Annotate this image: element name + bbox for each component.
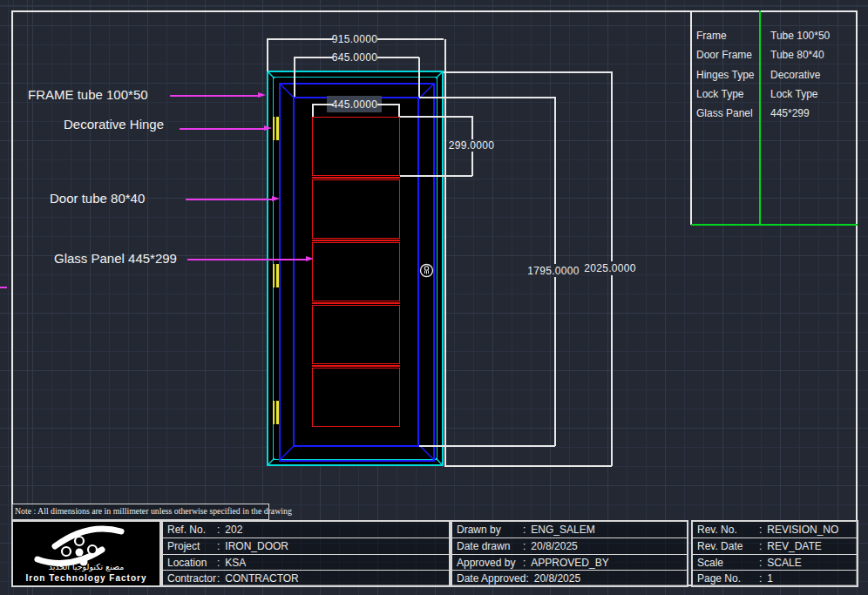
dim-645-line-left[interactable] [294,57,333,58]
annotation-hinge-leader[interactable] [180,128,265,130]
title-label: Rev. No. [697,522,759,538]
dim-299-line-bottom[interactable] [471,152,473,176]
glass-panel-4[interactable] [312,305,400,364]
annotation-glass-label[interactable]: Glass Panel 445*299 [54,251,177,266]
colon: : [217,522,220,538]
dim-299-ext-top[interactable] [400,116,472,118]
glass-panel-5[interactable] [312,368,400,427]
annotation-frame-arrow [258,92,266,98]
dim-299-ext-bottom[interactable] [400,175,472,177]
colon: : [526,571,528,586]
dim-445-line-left[interactable] [312,104,333,105]
glass-panel-3[interactable] [312,242,400,301]
dim-445-ext-right[interactable] [398,105,400,117]
title-row-project: Project:IRON_DOOR [163,538,449,553]
dim-1795-text[interactable]: 1795.0000 [527,265,579,277]
dim-2025-ext-bottom[interactable] [444,465,612,467]
annotation-frame-leader[interactable] [170,95,259,97]
hinge-middle[interactable] [273,264,279,287]
dim-1795-ext-bottom[interactable] [419,445,555,447]
dim-2025-text[interactable]: 2025.0000 [584,262,635,274]
title-label: Date drawn [457,538,523,554]
title-row-rev-date: Rev. Date:REV_DATE [693,538,857,553]
dim-915-line-right[interactable] [377,38,444,40]
spec-row: Lock Type Lock Type [691,85,857,105]
dim-2025-ext-top[interactable] [444,71,612,73]
title-value: SCALE [767,555,801,571]
dim-2025-line-top[interactable] [611,71,613,261]
logo-arabic-text: مصنع تكنولوجيا الحديد [13,562,159,571]
colon: : [523,555,526,571]
title-row-date-approved: Date Approved:20/8/2025 [452,570,687,585]
dim-1795-ext-top[interactable] [419,97,555,98]
glass-panel-2[interactable] [312,179,400,239]
title-label: Date Approved [457,571,526,586]
title-value: IRON_DOOR [225,538,288,554]
glass-divider [312,177,400,179]
dim-2025-line-bottom[interactable] [611,275,613,466]
spec-label: Lock Type [696,88,743,100]
title-label: Rev. Date [697,538,759,554]
annotation-door-arrow [272,196,280,201]
spec-row: Door Frame Tube 80*40 [691,46,857,65]
dim-1795-line-bottom[interactable] [554,277,556,446]
spec-label: Frame [696,30,727,42]
dim-645-ext-right[interactable] [418,57,420,97]
title-value: 1 [767,571,773,586]
annotation-frame-label[interactable]: FRAME tube 100*50 [28,87,148,102]
hinge-bottom[interactable] [273,401,279,424]
dim-445-text[interactable]: 445.0000 [332,98,377,111]
title-row-drawn-by: Drawn by:ENG_SALEM [452,522,687,538]
title-label: Project [167,538,217,554]
title-row-ref-no: Ref. No.:202 [163,522,449,538]
annotation-hinge-arrow [264,125,272,131]
annotation-glass-leader[interactable] [187,259,307,260]
annotation-hinge-label[interactable]: Decorative Hinge [64,117,164,132]
dim-445-line-right[interactable] [377,104,400,105]
title-value: ENG_SALEM [531,522,594,538]
colon: : [217,555,220,571]
colon: : [759,555,762,571]
title-label: Contractor [167,571,217,586]
title-label: Approved by [457,555,523,571]
spec-table-bottom-line[interactable] [691,224,858,226]
spec-value: Lock Type [770,88,817,100]
spec-label: Hinges Type [696,69,755,81]
title-label: Scale [697,555,759,571]
logo-english-text: Iron Technology Factory [13,573,159,583]
note-text: Note : All dimensions are in millimeter … [12,504,268,516]
note-box: Note : All dimensions are in millimeter … [11,504,269,520]
annotation-door-label[interactable]: Door tube 80*40 [50,191,145,206]
title-row-date-drawn: Date drawn:20/8/2025 [452,538,687,553]
spec-table: Frame Tube 100*50 Door Frame Tube 80*40 … [691,27,857,125]
title-value: 202 [225,522,242,538]
annotation-door-leader[interactable] [186,199,273,200]
dim-1795-line-top[interactable] [554,97,556,264]
title-value: REVISION_NO [767,522,838,538]
title-row-location: Location:KSA [163,554,449,570]
dim-915-text[interactable]: 915.0000 [332,33,377,45]
title-row-approved-by: Approved by:APPROVED_BY [452,554,687,570]
glass-panel-1[interactable] [312,117,400,176]
title-row-scale: Scale:SCALE [693,554,857,570]
dim-645-text[interactable]: 645.0000 [332,51,377,64]
dim-915-ext-left[interactable] [267,39,268,71]
logo-box: مصنع تكنولوجيا الحديد Iron Technology Fa… [11,520,161,587]
dim-445-ext-left[interactable] [312,105,314,117]
dim-645-line-right[interactable] [377,57,419,58]
title-value: 20/8/2025 [531,538,577,554]
lock-icon[interactable] [419,263,434,278]
dim-915-line-left[interactable] [267,38,333,40]
title-row-page-no: Page No.:1 [693,570,857,585]
spec-value: Tube 100*50 [770,30,830,42]
door-assembly[interactable] [267,71,444,466]
hinge-top[interactable] [273,117,279,140]
dim-645-ext-left[interactable] [294,57,295,97]
spec-row: Frame Tube 100*50 [691,27,857,46]
dim-299-text[interactable]: 299.0000 [449,139,494,152]
spec-value: Decorative [770,69,820,81]
spec-label: Door Frame [696,49,752,61]
stray-magenta-mark [0,287,7,288]
title-block-right: Rev. No.:REVISION_NO Rev. Date:REV_DATE … [691,520,858,587]
dim-299-line-top[interactable] [471,116,473,139]
